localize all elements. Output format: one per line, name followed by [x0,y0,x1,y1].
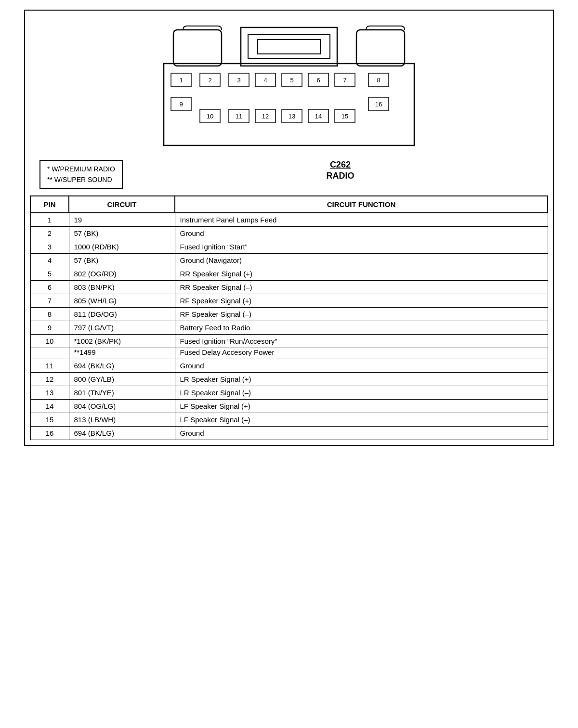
pin-cell: 6 [30,280,69,294]
circuit-cell: *1002 (BK/PK) [69,334,175,348]
pin-cell: 14 [30,399,69,413]
connector-diagram: 1 2 3 4 5 6 7 8 9 [30,15,548,155]
table-row: 15813 (LB/WH)LF Speaker Signal (–) [30,413,548,426]
svg-text:12: 12 [262,113,269,120]
svg-text:7: 7 [343,77,346,84]
pin-cell: 2 [30,226,69,240]
pin-cell-empty [30,348,69,359]
table-row: 11694 (BK/LG)Ground [30,359,548,372]
function-cell: RR Speaker Signal (+) [175,267,548,280]
svg-rect-5 [356,30,405,66]
svg-text:2: 2 [208,77,211,84]
circuit-cell: 694 (BK/LG) [69,359,175,372]
function-cell: Ground [175,226,548,240]
svg-text:15: 15 [342,113,348,120]
circuit-cell: 802 (OG/RD) [69,267,175,280]
function-cell: LR Speaker Signal (+) [175,372,548,386]
circuit-cell: 801 (TN/YE) [69,386,175,399]
circuit-cell: 694 (BK/LG) [69,426,175,440]
table-row: 31000 (RD/BK)Fused Ignition “Start” [30,240,548,253]
table-row: 16694 (BK/LG)Ground [30,426,548,440]
pin-cell: 1 [30,213,69,227]
svg-text:3: 3 [237,77,240,84]
col-header-circuit: CIRCUIT [69,196,175,213]
page-container: 1 2 3 4 5 6 7 8 9 [24,10,554,446]
function-cell: Ground [175,426,548,440]
function-cell: LF Speaker Signal (–) [175,413,548,426]
col-header-function: CIRCUIT FUNCTION [175,196,548,213]
circuit-cell: 803 (BN/PK) [69,280,175,294]
function-cell: LR Speaker Signal (–) [175,386,548,399]
pin-cell: 13 [30,386,69,399]
svg-text:4: 4 [263,77,267,84]
pin-cell: 5 [30,267,69,280]
connector-code: C262 [142,160,539,170]
col-header-pin: PIN [30,196,69,213]
circuit-cell: 800 (GY/LB) [69,372,175,386]
table-row: 8811 (DG/OG)RF Speaker Signal (–) [30,307,548,321]
circuit-cell: 797 (LG/VT) [69,321,175,334]
pin-cell: 7 [30,294,69,307]
svg-text:8: 8 [377,77,380,84]
table-row: 257 (BK)Ground [30,226,548,240]
table-row: 7805 (WH/LG)RF Speaker Signal (+) [30,294,548,307]
legend-box: * W/PREMIUM RADIO ** W/SUPER SOUND [39,160,123,189]
connector-name: RADIO [326,171,354,181]
pin-cell: 11 [30,359,69,372]
legend-title-row: * W/PREMIUM RADIO ** W/SUPER SOUND C262 … [30,155,548,192]
legend-line2: ** W/SUPER SOUND [47,174,115,185]
table-row: 6803 (BN/PK)RR Speaker Signal (–) [30,280,548,294]
svg-text:1: 1 [179,77,183,84]
circuit-cell: 57 (BK) [69,253,175,267]
function-cell: Ground (Navigator) [175,253,548,267]
table-header-row: PIN CIRCUIT CIRCUIT FUNCTION [30,196,548,213]
svg-text:11: 11 [236,113,242,120]
table-row: 9797 (LG/VT)Battery Feed to Radio [30,321,548,334]
function-cell: Ground [175,359,548,372]
table-row: 13801 (TN/YE)LR Speaker Signal (–) [30,386,548,399]
table-row: 12800 (GY/LB)LR Speaker Signal (+) [30,372,548,386]
circuit-cell: 804 (OG/LG) [69,399,175,413]
svg-rect-1 [173,30,222,66]
pin-cell: 8 [30,307,69,321]
table-row: 14804 (OG/LG)LF Speaker Signal (+) [30,399,548,413]
svg-text:13: 13 [289,113,295,120]
pin-cell: 12 [30,372,69,386]
table-sub-row: **1499Fused Delay Accesory Power [30,348,548,359]
function-cell: RR Speaker Signal (–) [175,280,548,294]
function-cell: LF Speaker Signal (+) [175,399,548,413]
function-cell: Instrument Panel Lamps Feed [175,213,548,227]
function-cell: Fused Ignition “Start” [175,240,548,253]
pin-cell: 3 [30,240,69,253]
legend-line1: * W/PREMIUM RADIO [47,164,115,174]
pin-cell: 10 [30,334,69,348]
connector-svg: 1 2 3 4 5 6 7 8 9 [125,25,453,150]
svg-text:5: 5 [290,77,293,84]
svg-text:16: 16 [375,101,382,108]
table-row: 5802 (OG/RD)RR Speaker Signal (+) [30,267,548,280]
pin-cell: 9 [30,321,69,334]
function-cell: Battery Feed to Radio [175,321,548,334]
circuit-cell: 811 (DG/OG) [69,307,175,321]
function-cell: RF Speaker Signal (–) [175,307,548,321]
svg-rect-2 [241,27,337,66]
circuit-cell: 57 (BK) [69,226,175,240]
table-row: 457 (BK)Ground (Navigator) [30,253,548,267]
svg-rect-3 [248,35,330,59]
connector-title: C262 RADIO [142,160,539,181]
function-cell: RF Speaker Signal (+) [175,294,548,307]
sub-circuit-cell: **1499 [69,348,175,359]
pin-cell: 16 [30,426,69,440]
svg-rect-4 [258,39,320,54]
circuit-cell: 19 [69,213,175,227]
svg-text:10: 10 [207,113,213,120]
circuit-cell: 805 (WH/LG) [69,294,175,307]
circuit-cell: 813 (LB/WH) [69,413,175,426]
pin-table: PIN CIRCUIT CIRCUIT FUNCTION 119Instrume… [30,195,548,440]
pin-cell: 4 [30,253,69,267]
function-cell: Fused Ignition “Run/Accesory” [175,334,548,348]
circuit-cell: 1000 (RD/BK) [69,240,175,253]
svg-text:6: 6 [316,77,320,84]
table-row: 119Instrument Panel Lamps Feed [30,213,548,227]
table-row: 10*1002 (BK/PK)Fused Ignition “Run/Acces… [30,334,548,348]
